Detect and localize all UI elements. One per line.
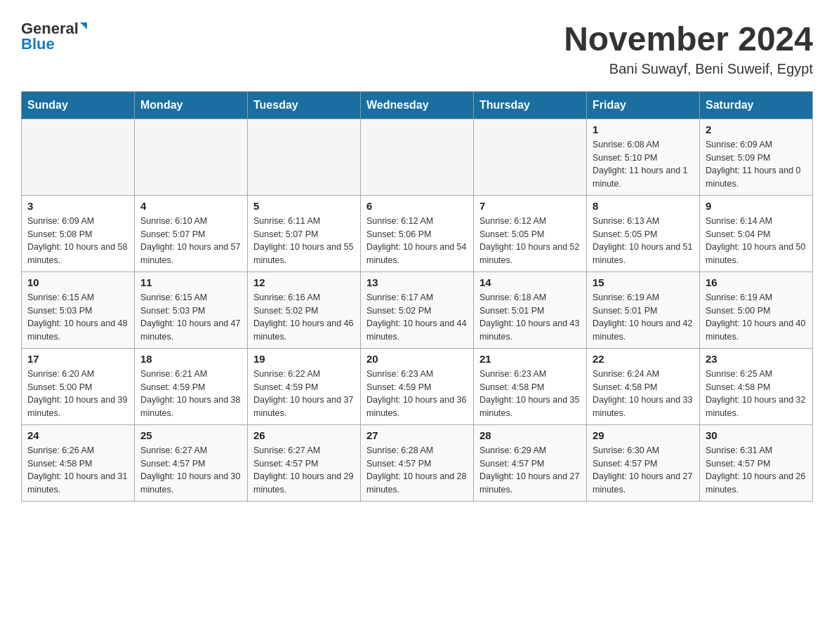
header-saturday: Saturday xyxy=(700,91,813,119)
day-number: 12 xyxy=(253,276,355,288)
day-info: Sunrise: 6:20 AM Sunset: 5:00 PM Dayligh… xyxy=(27,368,128,420)
day-info: Sunrise: 6:08 AM Sunset: 5:10 PM Dayligh… xyxy=(593,138,694,191)
day-info: Sunrise: 6:16 AM Sunset: 5:02 PM Dayligh… xyxy=(253,291,355,344)
day-number: 23 xyxy=(706,353,807,365)
logo-arrow-icon xyxy=(80,22,87,29)
day-info: Sunrise: 6:22 AM Sunset: 4:59 PM Dayligh… xyxy=(253,368,355,420)
calendar-cell: 25Sunrise: 6:27 AM Sunset: 4:57 PM Dayli… xyxy=(135,424,248,501)
day-info: Sunrise: 6:27 AM Sunset: 4:57 PM Dayligh… xyxy=(140,444,241,497)
logo: General Blue xyxy=(21,21,87,52)
day-info: Sunrise: 6:12 AM Sunset: 5:05 PM Dayligh… xyxy=(479,215,581,267)
calendar-cell: 3Sunrise: 6:09 AM Sunset: 5:08 PM Daylig… xyxy=(22,195,135,271)
day-number: 5 xyxy=(253,200,355,212)
day-info: Sunrise: 6:10 AM Sunset: 5:07 PM Dayligh… xyxy=(140,215,241,267)
day-info: Sunrise: 6:23 AM Sunset: 4:58 PM Dayligh… xyxy=(479,368,581,420)
calendar-cell: 9Sunrise: 6:14 AM Sunset: 5:04 PM Daylig… xyxy=(700,195,813,271)
day-number: 4 xyxy=(140,200,241,212)
day-number: 14 xyxy=(479,276,581,288)
calendar-header-row: SundayMondayTuesdayWednesdayThursdayFrid… xyxy=(22,91,813,119)
calendar-cell: 6Sunrise: 6:12 AM Sunset: 5:06 PM Daylig… xyxy=(361,195,474,271)
day-number: 15 xyxy=(593,276,694,288)
day-number: 20 xyxy=(366,353,468,365)
day-number: 13 xyxy=(366,276,468,288)
day-number: 27 xyxy=(366,429,468,441)
day-info: Sunrise: 6:25 AM Sunset: 4:58 PM Dayligh… xyxy=(706,368,807,420)
day-number: 10 xyxy=(27,276,128,288)
calendar-cell: 1Sunrise: 6:08 AM Sunset: 5:10 PM Daylig… xyxy=(587,119,700,195)
calendar-cell: 26Sunrise: 6:27 AM Sunset: 4:57 PM Dayli… xyxy=(248,424,361,501)
day-number: 17 xyxy=(27,353,128,365)
calendar-cell xyxy=(135,119,248,195)
calendar-cell xyxy=(248,119,361,195)
day-info: Sunrise: 6:15 AM Sunset: 5:03 PM Dayligh… xyxy=(140,291,241,344)
day-number: 25 xyxy=(140,429,241,441)
title-block: November 2024 Bani Suwayf, Beni Suweif, … xyxy=(564,21,813,77)
header-wednesday: Wednesday xyxy=(361,91,474,119)
calendar-cell: 10Sunrise: 6:15 AM Sunset: 5:03 PM Dayli… xyxy=(22,271,135,348)
week-row-1: 1Sunrise: 6:08 AM Sunset: 5:10 PM Daylig… xyxy=(22,119,813,195)
calendar-cell: 8Sunrise: 6:13 AM Sunset: 5:05 PM Daylig… xyxy=(587,195,700,271)
day-number: 28 xyxy=(479,429,581,441)
day-number: 11 xyxy=(140,276,241,288)
day-number: 3 xyxy=(27,200,128,212)
week-row-4: 17Sunrise: 6:20 AM Sunset: 5:00 PM Dayli… xyxy=(22,348,813,424)
day-info: Sunrise: 6:11 AM Sunset: 5:07 PM Dayligh… xyxy=(253,215,355,267)
week-row-3: 10Sunrise: 6:15 AM Sunset: 5:03 PM Dayli… xyxy=(22,271,813,348)
day-number: 21 xyxy=(479,353,581,365)
day-number: 22 xyxy=(593,353,694,365)
calendar-cell: 13Sunrise: 6:17 AM Sunset: 5:02 PM Dayli… xyxy=(361,271,474,348)
day-info: Sunrise: 6:12 AM Sunset: 5:06 PM Dayligh… xyxy=(366,215,468,267)
calendar-cell xyxy=(474,119,587,195)
calendar-cell: 22Sunrise: 6:24 AM Sunset: 4:58 PM Dayli… xyxy=(587,348,700,424)
week-row-5: 24Sunrise: 6:26 AM Sunset: 4:58 PM Dayli… xyxy=(22,424,813,501)
day-info: Sunrise: 6:09 AM Sunset: 5:08 PM Dayligh… xyxy=(27,215,128,267)
day-number: 29 xyxy=(593,429,694,441)
day-info: Sunrise: 6:28 AM Sunset: 4:57 PM Dayligh… xyxy=(366,444,468,497)
day-info: Sunrise: 6:13 AM Sunset: 5:05 PM Dayligh… xyxy=(593,215,694,267)
logo-general-text: General xyxy=(21,21,79,36)
calendar-cell: 16Sunrise: 6:19 AM Sunset: 5:00 PM Dayli… xyxy=(700,271,813,348)
day-info: Sunrise: 6:30 AM Sunset: 4:57 PM Dayligh… xyxy=(593,444,694,497)
calendar-cell: 17Sunrise: 6:20 AM Sunset: 5:00 PM Dayli… xyxy=(22,348,135,424)
calendar-cell: 29Sunrise: 6:30 AM Sunset: 4:57 PM Dayli… xyxy=(587,424,700,501)
calendar-cell xyxy=(361,119,474,195)
day-number: 6 xyxy=(366,200,468,212)
day-info: Sunrise: 6:24 AM Sunset: 4:58 PM Dayligh… xyxy=(593,368,694,420)
day-info: Sunrise: 6:31 AM Sunset: 4:57 PM Dayligh… xyxy=(706,444,807,497)
day-number: 19 xyxy=(253,353,355,365)
calendar-cell: 7Sunrise: 6:12 AM Sunset: 5:05 PM Daylig… xyxy=(474,195,587,271)
calendar-table: SundayMondayTuesdayWednesdayThursdayFrid… xyxy=(21,91,813,502)
week-row-2: 3Sunrise: 6:09 AM Sunset: 5:08 PM Daylig… xyxy=(22,195,813,271)
calendar-cell xyxy=(22,119,135,195)
day-info: Sunrise: 6:09 AM Sunset: 5:09 PM Dayligh… xyxy=(706,138,807,191)
calendar-cell: 20Sunrise: 6:23 AM Sunset: 4:59 PM Dayli… xyxy=(361,348,474,424)
page-header: General Blue November 2024 Bani Suwayf, … xyxy=(21,21,813,77)
calendar-title: November 2024 xyxy=(564,21,813,58)
calendar-cell: 12Sunrise: 6:16 AM Sunset: 5:02 PM Dayli… xyxy=(248,271,361,348)
calendar-cell: 18Sunrise: 6:21 AM Sunset: 4:59 PM Dayli… xyxy=(135,348,248,424)
day-number: 2 xyxy=(706,123,807,135)
calendar-cell: 2Sunrise: 6:09 AM Sunset: 5:09 PM Daylig… xyxy=(700,119,813,195)
day-info: Sunrise: 6:23 AM Sunset: 4:59 PM Dayligh… xyxy=(366,368,468,420)
calendar-cell: 14Sunrise: 6:18 AM Sunset: 5:01 PM Dayli… xyxy=(474,271,587,348)
day-number: 30 xyxy=(706,429,807,441)
header-sunday: Sunday xyxy=(22,91,135,119)
calendar-cell: 5Sunrise: 6:11 AM Sunset: 5:07 PM Daylig… xyxy=(248,195,361,271)
header-thursday: Thursday xyxy=(474,91,587,119)
calendar-cell: 4Sunrise: 6:10 AM Sunset: 5:07 PM Daylig… xyxy=(135,195,248,271)
day-info: Sunrise: 6:27 AM Sunset: 4:57 PM Dayligh… xyxy=(253,444,355,497)
calendar-cell: 23Sunrise: 6:25 AM Sunset: 4:58 PM Dayli… xyxy=(700,348,813,424)
calendar-cell: 24Sunrise: 6:26 AM Sunset: 4:58 PM Dayli… xyxy=(22,424,135,501)
calendar-cell: 15Sunrise: 6:19 AM Sunset: 5:01 PM Dayli… xyxy=(587,271,700,348)
day-info: Sunrise: 6:29 AM Sunset: 4:57 PM Dayligh… xyxy=(479,444,581,497)
day-number: 26 xyxy=(253,429,355,441)
day-info: Sunrise: 6:26 AM Sunset: 4:58 PM Dayligh… xyxy=(27,444,128,497)
day-info: Sunrise: 6:14 AM Sunset: 5:04 PM Dayligh… xyxy=(706,215,807,267)
logo-blue-text: Blue xyxy=(21,36,55,52)
day-info: Sunrise: 6:18 AM Sunset: 5:01 PM Dayligh… xyxy=(479,291,581,344)
day-number: 18 xyxy=(140,353,241,365)
calendar-cell: 21Sunrise: 6:23 AM Sunset: 4:58 PM Dayli… xyxy=(474,348,587,424)
day-number: 24 xyxy=(27,429,128,441)
day-number: 1 xyxy=(593,123,694,135)
day-info: Sunrise: 6:21 AM Sunset: 4:59 PM Dayligh… xyxy=(140,368,241,420)
